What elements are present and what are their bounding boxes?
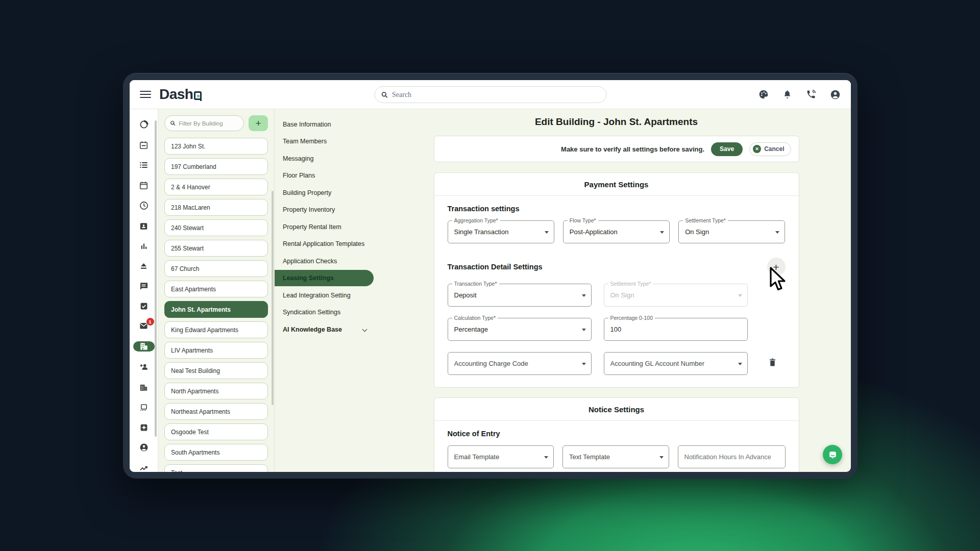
intercom-chat-icon (828, 450, 838, 460)
building-list-item[interactable]: 218 MacLaren (164, 199, 268, 216)
field-value: Notification Hours In Advance (684, 453, 771, 461)
chat-icon[interactable] (137, 281, 151, 291)
email-template-select[interactable]: Email Template (448, 445, 554, 468)
field-label: Calculation Type* (452, 315, 498, 321)
trending-icon[interactable] (137, 463, 151, 472)
nav-item-ai-knowledge-base[interactable]: AI Knowledge Base (275, 321, 382, 338)
hamburger-menu-icon[interactable] (140, 89, 151, 100)
person-circle-icon[interactable] (137, 442, 151, 453)
nav-item-property-rental-item[interactable]: Property Rental Item (275, 219, 382, 235)
list-icon[interactable] (137, 160, 151, 170)
global-search[interactable] (374, 86, 606, 103)
calendar-event-icon[interactable] (137, 140, 151, 150)
account-icon[interactable] (830, 89, 841, 100)
nav-item-floor-plans[interactable]: Floor Plans (275, 167, 382, 184)
nav-item-messaging[interactable]: Messaging (275, 151, 382, 167)
bar-chart-icon[interactable] (137, 241, 151, 251)
building-list-item[interactable]: 240 Stewart (164, 219, 268, 236)
transaction-type-select[interactable]: Transaction Type* Deposit (448, 284, 592, 307)
add-building-button[interactable]: + (249, 115, 268, 131)
building-list-item[interactable]: 123 John St. (164, 138, 268, 155)
notifications-icon[interactable] (782, 89, 792, 99)
save-button[interactable]: Save (711, 142, 743, 156)
nav-item-syndication-settings[interactable]: Syndication Settings (275, 304, 382, 320)
buildings-icon[interactable] (133, 341, 155, 352)
palette-icon[interactable] (758, 89, 769, 99)
nav-item-rental-application-templates[interactable]: Rental Application Templates (275, 236, 382, 252)
cancel-button[interactable]: ✕ Cancel (749, 142, 791, 156)
filter-by-building-field[interactable] (164, 115, 244, 131)
top-bar: Dash (130, 80, 851, 109)
building-list-item[interactable]: North Apartments (164, 383, 268, 399)
building-list-item[interactable]: Test (164, 464, 268, 472)
nav-item-label: Application Checks (283, 258, 337, 265)
nav-item-lead-integration-setting[interactable]: Lead Integration Setting (275, 287, 382, 304)
cancel-x-icon: ✕ (753, 145, 761, 153)
person-add-icon[interactable] (137, 362, 151, 372)
building-list-item[interactable]: John St. Apartments (164, 301, 268, 318)
contact-badge-icon[interactable] (137, 221, 151, 231)
search-input[interactable] (392, 91, 600, 99)
office-icon[interactable] (137, 383, 151, 392)
building-list-item[interactable]: 255 Stewart (164, 240, 268, 257)
notice-of-entry-heading: Notice of Entry (448, 430, 786, 438)
icon-sidebar: 1 A (130, 109, 158, 472)
nav-item-label: Team Members (283, 138, 327, 145)
accounting-gl-account-select[interactable]: Accounting GL Account Number (604, 352, 748, 375)
dropdown-caret-icon (738, 294, 742, 297)
nav-item-team-members[interactable]: Team Members (275, 133, 382, 149)
phone-call-icon[interactable] (806, 89, 816, 99)
settings-box-icon[interactable] (137, 423, 151, 432)
calendar-icon[interactable] (137, 181, 151, 190)
nav-item-label: Property Rental Item (283, 223, 341, 231)
nav-item-leasing-settings[interactable]: Leasing Settings (275, 270, 374, 286)
app-window: Dash (123, 73, 857, 479)
accounting-charge-code-select[interactable]: Accounting Charge Code (448, 352, 592, 375)
task-check-icon[interactable] (137, 302, 151, 311)
clock-icon[interactable] (137, 201, 151, 211)
building-list-item[interactable]: 67 Church (164, 260, 268, 277)
building-list-item[interactable]: East Apartments (164, 281, 268, 297)
building-list-item[interactable]: South Apartments (164, 444, 268, 461)
calculation-type-select[interactable]: Calculation Type* Percentage (448, 318, 592, 341)
percentage-input[interactable]: Percentage 0-100 100 (604, 318, 748, 341)
notice-settings-card: Notice Settings Notice of Entry Email Te… (434, 397, 799, 472)
chevron-down-icon (362, 327, 368, 332)
field-value: Post-Application (570, 228, 618, 236)
main-content: Edit Building - John St. Apartments Make… (382, 109, 851, 472)
field-value: Single Transaction (454, 228, 509, 236)
filter-building-input[interactable] (179, 120, 238, 127)
building-list-item[interactable]: Northeast Apartments (164, 403, 268, 420)
flow-type-select[interactable]: Flow Type* Post-Application (563, 220, 670, 243)
add-transaction-detail-button[interactable]: + (767, 258, 786, 276)
aggregation-type-select[interactable]: Aggregation Type* Single Transaction (448, 220, 554, 243)
rail-scrollbar[interactable] (155, 120, 157, 437)
eject-icon[interactable] (137, 261, 151, 271)
building-list-scrollbar[interactable] (272, 191, 274, 405)
building-list-item[interactable]: Osgoode Test (164, 423, 268, 440)
device-icon[interactable] (137, 403, 151, 412)
building-list-item[interactable]: 2 & 4 Hanover (164, 179, 268, 195)
dropdown-caret-icon (738, 363, 742, 365)
building-list-item[interactable]: Neal Test Building (164, 362, 268, 379)
nav-item-label: Floor Plans (283, 172, 315, 179)
building-list-item[interactable]: King Edward Apartments (164, 321, 268, 338)
nav-item-building-property[interactable]: Building Property (275, 185, 382, 201)
delete-transaction-detail-button[interactable] (768, 358, 777, 369)
nav-item-base-information[interactable]: Base Information (275, 116, 382, 133)
search-icon (170, 120, 176, 127)
dropdown-caret-icon (659, 456, 664, 459)
mail-icon[interactable]: 1 (137, 321, 151, 331)
trash-icon (768, 358, 777, 367)
dashboard-donut-icon[interactable] (137, 119, 151, 130)
nav-item-application-checks[interactable]: Application Checks (275, 253, 382, 269)
notification-hours-input[interactable]: Notification Hours In Advance (678, 445, 786, 468)
settlement-type-select[interactable]: Settlement Type* On Sign (678, 220, 785, 243)
field-label: Percentage 0-100 (608, 315, 655, 321)
chat-fab[interactable] (823, 445, 842, 464)
text-template-select[interactable]: Text Template (562, 445, 669, 468)
building-list-item[interactable]: 197 Cumberland (164, 158, 268, 175)
nav-item-label: Leasing Settings (283, 274, 334, 282)
building-list-item[interactable]: LIV Apartments (164, 342, 268, 359)
nav-item-property-inventory[interactable]: Property Inventory (275, 202, 382, 218)
